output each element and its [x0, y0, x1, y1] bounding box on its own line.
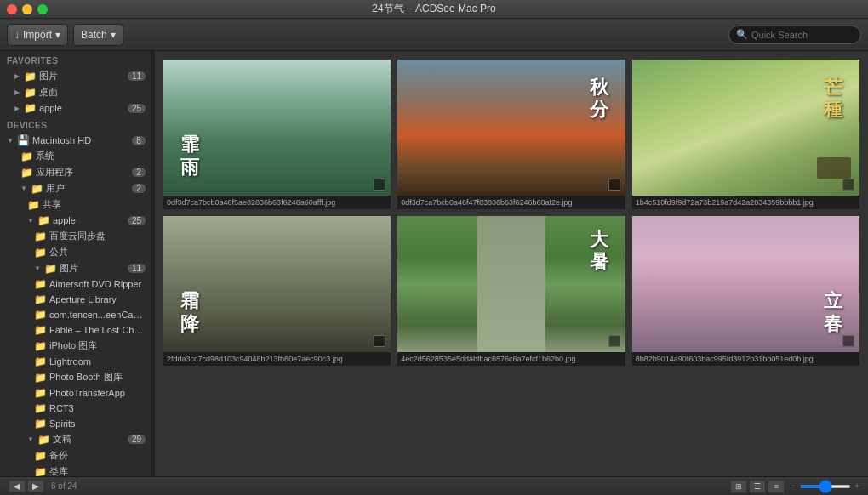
sidebar-item-system[interactable]: 📁 系统: [0, 148, 151, 164]
sidebar-item-photobooth[interactable]: 📁 Photo Booth 图库: [0, 369, 151, 385]
folder-icon: 📁: [20, 167, 32, 179]
import-label: Import: [23, 29, 52, 41]
image-checkbox-1[interactable]: [374, 179, 385, 191]
grid-view-button[interactable]: ⊞: [730, 480, 747, 493]
image-checkbox-6[interactable]: [842, 335, 854, 347]
image-thumb-2: [397, 60, 625, 196]
sidebar-item-public[interactable]: 📁 公共: [0, 244, 151, 260]
zoom-slider[interactable]: [800, 485, 851, 488]
image-cell-5[interactable]: 4ec2d5628535e5ddabfbac6576c6a7efcf1b62b0…: [397, 216, 625, 366]
folder-icon: 📁: [34, 230, 46, 242]
import-button[interactable]: ↓ Import ▾: [7, 24, 68, 46]
image-thumb-5: [397, 216, 625, 352]
image-checkbox-4[interactable]: [374, 335, 385, 347]
sidebar-item-spirits[interactable]: 📁 Spirits: [0, 416, 151, 431]
search-box[interactable]: 🔍: [728, 26, 861, 44]
sidebar-item-phototransfer[interactable]: 📁 PhotoTransferApp: [0, 385, 151, 401]
folder-icon: 📁: [34, 402, 46, 414]
sidebar-item-tencent[interactable]: 📁 com.tencen...eenCapture: [0, 307, 151, 322]
folder-icon: 📁: [31, 183, 43, 195]
image-filename-4: 2fdda3cc7cd98d103c94048b213fb80e7aec90c3…: [163, 352, 391, 366]
batch-button[interactable]: Batch ▾: [73, 24, 123, 46]
image-filename-3: 1b4c510fd9f9d72a73b219a7d42a2834359bbbb1…: [632, 196, 859, 209]
chevron-icon: [20, 185, 27, 192]
scene-spring-blossom: [632, 216, 859, 352]
folder-icon: 📁: [20, 151, 32, 162]
scene-autumn-mountain: [397, 60, 625, 196]
title-bar: 24节气 – ACDSee Mac Pro: [0, 0, 868, 19]
chevron-icon: [14, 105, 20, 111]
status-bar: ◀ ▶ 6 of 24 ⊞ ☰ ≡ − +: [0, 476, 868, 495]
image-cell-3[interactable]: 1b4c510fd9f9d72a73b219a7d42a2834359bbbb1…: [632, 60, 859, 209]
chevron-icon: [27, 436, 34, 443]
sidebar-item-apple-user[interactable]: 📁 apple 25: [0, 213, 151, 228]
next-button[interactable]: ▶: [27, 480, 44, 492]
folder-icon: 📁: [34, 278, 46, 290]
image-thumb-1: [163, 60, 391, 196]
sidebar-item-desktop[interactable]: 📁 桌面: [0, 84, 151, 100]
sidebar-item-baidu[interactable]: 📁 百度云同步盘: [0, 228, 151, 244]
sidebar-item-apple-fav[interactable]: 📁 apple 25: [0, 100, 151, 116]
sidebar: FAVORITES 📁 图片 11 📁 桌面 📁 apple 25 DEVICE…: [0, 51, 151, 476]
folder-icon: 📁: [34, 418, 46, 430]
maximize-button[interactable]: [37, 4, 48, 14]
chevron-icon: [34, 265, 41, 272]
folder-icon: 📁: [34, 247, 46, 259]
image-cell-6[interactable]: 8b82b9014a90f603bac995fd3912b31bb051ed0b…: [632, 216, 859, 366]
folder-icon: 📁: [34, 324, 46, 336]
sidebar-item-aperture[interactable]: 📁 Aperture Library: [0, 292, 151, 307]
sidebar-item-fable[interactable]: 📁 Fable – The Lost Chapters: [0, 322, 151, 338]
sidebar-item-shared[interactable]: 📁 共享: [0, 196, 151, 213]
sidebar-item-apps[interactable]: 📁 应用程序 2: [0, 164, 151, 180]
list-view-button[interactable]: ☰: [749, 480, 766, 493]
prev-button[interactable]: ◀: [9, 480, 26, 492]
sidebar-item-users[interactable]: 📁 用户 2: [0, 180, 151, 196]
sidebar-item-types[interactable]: 📁 类库: [0, 464, 151, 476]
sidebar-item-backup[interactable]: 📁 备份: [0, 447, 151, 464]
status-nav: ◀ ▶: [9, 480, 44, 492]
folder-icon: 📁: [37, 214, 49, 226]
image-cell-1[interactable]: 0df3d7ca7bcb0a46f5ae82836b63f6246a60afff…: [163, 60, 391, 209]
folder-icon: 📁: [34, 293, 46, 305]
image-filename-6: 8b82b9014a90f603bac995fd3912b31bb051ed0b…: [632, 352, 859, 366]
toolbar: ↓ Import ▾ Batch ▾ 🔍: [0, 19, 868, 51]
view-buttons: ⊞ ☰ ≡: [730, 480, 785, 493]
import-icon: ↓: [14, 29, 20, 41]
batch-chevron-icon: ▾: [111, 29, 116, 41]
sidebar-item-rct3[interactable]: 📁 RCT3: [0, 401, 151, 416]
sidebar-item-lightroom[interactable]: 📁 Lightroom: [0, 354, 151, 369]
chevron-icon: [7, 137, 14, 144]
folder-icon: 📁: [34, 450, 46, 462]
image-filename-1: 0df3d7ca7bcb0a46f5ae82836b63f6246a60afff…: [163, 196, 391, 209]
image-filename-2: 0df3d7ca7bcb0a46f47f83836b63f6246b60af2e…: [397, 196, 625, 209]
folder-icon: 📁: [24, 71, 36, 82]
image-cell-4[interactable]: 2fdda3cc7cd98d103c94048b213fb80e7aec90c3…: [163, 216, 391, 366]
image-checkbox-3[interactable]: [842, 179, 854, 191]
detail-view-button[interactable]: ≡: [768, 480, 785, 493]
image-checkbox-2[interactable]: [608, 179, 620, 191]
folder-icon: 📁: [44, 263, 56, 275]
zoom-out-icon: −: [791, 481, 797, 491]
search-input[interactable]: [751, 30, 854, 40]
close-button[interactable]: [7, 4, 17, 14]
folder-icon: 📁: [34, 356, 46, 367]
sidebar-item-iphoto[interactable]: 📁 iPhoto 图库: [0, 338, 151, 354]
sidebar-item-pictures[interactable]: 📁 图片 11: [0, 68, 151, 84]
chevron-icon: [27, 217, 34, 224]
image-checkbox-5[interactable]: [608, 335, 620, 347]
image-filename-5: 4ec2d5628535e5ddabfbac6576c6a7efcf1b62b0…: [397, 352, 625, 366]
sidebar-item-aimersoft[interactable]: 📁 Aimersoft DVD Ripper: [0, 276, 151, 292]
sidebar-item-pictures2[interactable]: 📁 图片 11: [0, 260, 151, 276]
scene-tree-road: [397, 216, 625, 352]
scene-misty-forest: [163, 60, 391, 196]
sidebar-item-macintosh-hd[interactable]: 💾 Macintosh HD 8: [0, 133, 151, 148]
image-cell-2[interactable]: 0df3d7ca7bcb0a46f47f83836b63f6246b60af2e…: [397, 60, 625, 209]
folder-icon: 📁: [34, 340, 46, 352]
status-items-count: 6 of 24: [51, 481, 77, 491]
image-thumb-3: [632, 60, 859, 196]
traffic-lights: [7, 4, 48, 14]
minimize-button[interactable]: [22, 4, 32, 14]
sidebar-item-docs[interactable]: 📁 文稿 29: [0, 431, 151, 447]
zoom-slider-area: − +: [791, 481, 859, 491]
chevron-icon: [14, 73, 20, 80]
